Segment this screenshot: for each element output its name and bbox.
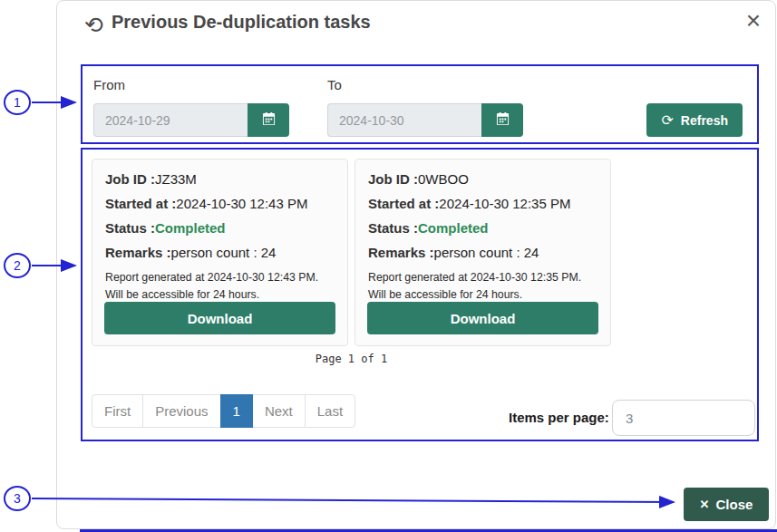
calendar-icon bbox=[262, 112, 276, 129]
started-value: 2024-10-30 12:35 PM bbox=[439, 196, 570, 211]
job-card: Job ID :0WBOO Started at :2024-10-30 12:… bbox=[355, 159, 611, 346]
annotation-badge-3: 3 bbox=[4, 486, 31, 511]
report-note: Report generated at 2024-10-30 12:43 PM.… bbox=[105, 269, 335, 304]
annotation-badge-1: 1 bbox=[4, 90, 31, 115]
from-date-input[interactable] bbox=[93, 103, 248, 137]
refresh-label: Refresh bbox=[681, 113, 728, 128]
from-calendar-button[interactable] bbox=[248, 103, 289, 137]
pagination-page-1[interactable]: 1 bbox=[220, 394, 253, 428]
close-label: Close bbox=[716, 497, 753, 512]
status-label: Status : bbox=[368, 220, 418, 236]
remarks-label: Remarks : bbox=[105, 245, 171, 260]
job-id-line: Job ID :JZ33M bbox=[105, 171, 335, 187]
page-info: Page 1 of 1 bbox=[92, 353, 611, 365]
pagination-first[interactable]: First bbox=[92, 394, 143, 428]
to-label: To bbox=[327, 77, 342, 92]
started-label: Started at : bbox=[105, 196, 176, 211]
job-id-value: JZ33M bbox=[155, 171, 197, 187]
download-button[interactable]: Download bbox=[104, 302, 335, 334]
to-date-group bbox=[327, 103, 523, 137]
status-line: Status :Completed bbox=[105, 220, 335, 236]
calendar-icon bbox=[496, 112, 510, 129]
remarks-value: person count : 24 bbox=[434, 245, 539, 260]
page-title: Previous De-duplication tasks bbox=[112, 12, 371, 33]
started-line: Started at :2024-10-30 12:35 PM bbox=[368, 196, 597, 211]
from-label: From bbox=[93, 77, 125, 92]
pagination-next[interactable]: Next bbox=[252, 394, 306, 428]
items-per-page-label: Items per page: bbox=[509, 410, 609, 425]
history-icon: ⟲ bbox=[84, 12, 103, 38]
pagination-previous[interactable]: Previous bbox=[142, 394, 220, 428]
annotation-badge-2: 2 bbox=[4, 253, 31, 278]
job-id-label: Job ID : bbox=[368, 171, 418, 187]
job-id-line: Job ID :0WBOO bbox=[368, 171, 597, 187]
to-date-input[interactable] bbox=[327, 103, 481, 137]
remarks-line: Remarks :person count : 24 bbox=[105, 245, 335, 260]
to-calendar-button[interactable] bbox=[481, 103, 523, 137]
remarks-line: Remarks :person count : 24 bbox=[368, 245, 597, 260]
pagination: First Previous 1 Next Last bbox=[92, 394, 355, 428]
status-label: Status : bbox=[105, 220, 155, 236]
close-icon[interactable]: × bbox=[746, 8, 761, 34]
remarks-label: Remarks : bbox=[368, 245, 434, 260]
items-per-page-input[interactable] bbox=[612, 400, 755, 436]
download-button[interactable]: Download bbox=[367, 302, 598, 334]
screenshot-root: ⟲ Previous De-duplication tasks × From T… bbox=[0, 0, 777, 532]
from-date-group bbox=[93, 103, 289, 137]
modal-header: ⟲ Previous De-duplication tasks × bbox=[57, 1, 775, 53]
started-value: 2024-10-30 12:43 PM bbox=[176, 196, 307, 211]
report-note: Report generated at 2024-10-30 12:35 PM.… bbox=[368, 269, 597, 304]
dedup-tasks-modal: ⟲ Previous De-duplication tasks × From T… bbox=[56, 0, 776, 529]
started-line: Started at :2024-10-30 12:43 PM bbox=[105, 196, 335, 211]
results-section: Job ID :JZ33M Started at :2024-10-30 12:… bbox=[81, 148, 759, 441]
job-card: Job ID :JZ33M Started at :2024-10-30 12:… bbox=[92, 159, 348, 346]
refresh-icon: ⟳ bbox=[661, 111, 673, 129]
remarks-value: person count : 24 bbox=[171, 245, 277, 260]
close-x-icon: ✕ bbox=[700, 498, 710, 511]
status-badge: Completed bbox=[155, 220, 226, 236]
filter-section: From To bbox=[81, 64, 759, 144]
refresh-button[interactable]: ⟳ Refresh bbox=[646, 103, 743, 137]
started-label: Started at : bbox=[368, 196, 439, 211]
status-line: Status :Completed bbox=[368, 220, 597, 236]
job-id-label: Job ID : bbox=[105, 171, 155, 187]
job-id-value: 0WBOO bbox=[418, 171, 469, 187]
pagination-last[interactable]: Last bbox=[305, 394, 355, 428]
close-button[interactable]: ✕ Close bbox=[684, 488, 769, 521]
status-badge: Completed bbox=[418, 220, 489, 236]
